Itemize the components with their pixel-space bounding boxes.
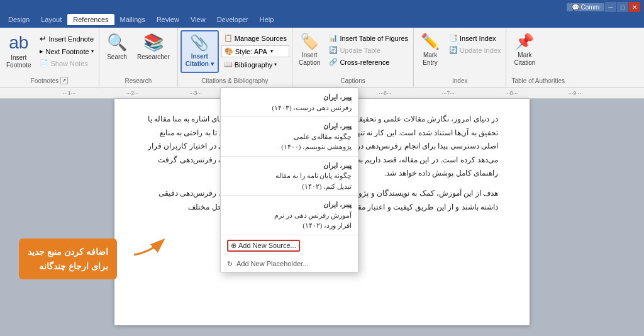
bibliography-button[interactable]: 📖 Bibliography ▾	[221, 59, 289, 70]
mark-citation-button[interactable]: 📌 MarkCitation	[510, 30, 539, 73]
tab-references[interactable]: References	[67, 14, 114, 25]
next-footnote-caret: ▾	[91, 48, 94, 54]
insert-caption-icon: 🏷️	[300, 33, 319, 50]
ribbon-group-table-authorities: 📌 MarkCitation Table of Authorities	[506, 28, 570, 87]
insert-caption-button[interactable]: 🏷️ InsertCaption	[295, 30, 324, 73]
tab-layout[interactable]: Layout	[35, 14, 67, 25]
cross-reference-button[interactable]: 🔗 Cross-reference	[326, 57, 411, 67]
researcher-button[interactable]: 📚 Researcher	[133, 30, 174, 73]
update-table-icon: 🔄	[329, 46, 338, 54]
minimize-button[interactable]: ─	[605, 2, 616, 12]
tab-design[interactable]: Design	[3, 14, 35, 25]
insert-footnote-button[interactable]: ab InsertFootnote	[3, 30, 35, 73]
update-index-button[interactable]: 🔄 Update Index	[447, 45, 503, 55]
researcher-icon: 📚	[143, 33, 164, 52]
endnote-icon: ↵	[40, 34, 47, 43]
insert-index-icon: 📑	[449, 34, 458, 42]
update-index-icon: 🔄	[449, 46, 458, 54]
manage-sources-button[interactable]: 📋 Manage Sources	[221, 33, 289, 43]
add-new-placeholder-button[interactable]: ↻ Add New Placeholder...	[221, 256, 358, 272]
tab-view[interactable]: View	[185, 14, 211, 25]
ribbon-group-footnotes: ab InsertFootnote ↵ Insert Endnote ▸ Nex…	[0, 28, 99, 87]
table-figures-icon: 📊	[329, 34, 338, 42]
bibliography-caret: ▾	[274, 62, 277, 67]
style-select[interactable]: 🎨 Style: APA ▾	[221, 45, 289, 57]
citation-item-4[interactable]: پیبر، ایران آموزش رفرنس دهی در نرمافزار …	[221, 196, 358, 235]
search-icon: 🔍	[107, 33, 127, 52]
mark-citation-icon: 📌	[515, 33, 534, 50]
tab-help[interactable]: Help	[254, 14, 280, 25]
bibliography-icon: 📖	[224, 60, 233, 69]
callout-box: اضافه کردن منبع جدید برای ارجاع چندگانه	[19, 238, 117, 279]
search-button[interactable]: 🔍 Search	[103, 30, 131, 73]
insert-table-figures-button[interactable]: 📊 Insert Table of Figures	[326, 33, 411, 43]
mark-entry-icon: ✏️	[421, 33, 440, 50]
add-source-icon: ⊕	[231, 242, 236, 250]
manage-sources-icon: 📋	[224, 34, 233, 42]
update-table-button[interactable]: 🔄 Update Table	[326, 45, 411, 55]
mark-entry-button[interactable]: ✏️ MarkEntry	[416, 30, 444, 73]
insert-endnote-button[interactable]: ↵ Insert Endnote	[37, 33, 96, 45]
insert-citation-button[interactable]: 📎 InsertCitation ▾	[180, 30, 219, 73]
footnotes-expand[interactable]: ↗	[60, 77, 68, 84]
ribbon-group-index: ✏️ MarkEntry 📑 Insert Index 🔄 Update Ind…	[414, 28, 506, 87]
next-footnote-icon: ▸	[40, 47, 43, 55]
tab-review[interactable]: Review	[151, 14, 185, 25]
comm-button[interactable]: 💬 Comm	[567, 3, 604, 11]
style-icon: 🎨	[225, 47, 233, 55]
maximize-button[interactable]: □	[617, 2, 628, 12]
insert-footnote-icon: ab	[9, 33, 28, 53]
ribbon-group-citations: 📎 InsertCitation ▾ 📋 Manage Sources 🎨 St…	[178, 28, 292, 87]
insert-index-button[interactable]: 📑 Insert Index	[447, 33, 503, 43]
placeholder-icon: ↻	[227, 260, 233, 268]
callout-arrow	[131, 235, 169, 262]
close-button[interactable]: ✕	[629, 2, 640, 12]
show-notes-icon: 📄	[40, 59, 48, 67]
citation-item-3[interactable]: پیبر، ایران چگونه پایان نامه را به مقاله…	[221, 157, 358, 196]
show-notes-button[interactable]: 📄 Show Notes	[37, 58, 96, 69]
cross-reference-icon: 🔗	[329, 58, 338, 66]
ribbon-group-research: 🔍 Search 📚 Researcher Research	[99, 28, 178, 87]
style-caret: ▾	[270, 48, 273, 54]
insert-citation-icon: 📎	[190, 34, 209, 52]
tab-developer[interactable]: Developer	[211, 14, 254, 25]
tab-mailings[interactable]: Mailings	[114, 14, 151, 25]
ribbon-group-captions: 🏷️ InsertCaption 📊 Insert Table of Figur…	[292, 28, 414, 87]
citation-item-1[interactable]: پیبر، ایران رفرنس دهی درست، (۱۴۰۳)	[221, 88, 358, 116]
next-footnote-button[interactable]: ▸ Next Footnote ▾	[37, 46, 96, 57]
add-new-source-button[interactable]: ⊕ Add New Source...	[221, 235, 358, 256]
citation-dropdown: پیبر، ایران رفرنس دهی درست، (۱۴۰۳) پیبر،…	[220, 87, 358, 272]
comment-icon: 💬	[572, 4, 579, 11]
citation-item-2[interactable]: پیبر، ایران چگونه مقاله‌ی علمیپژوهشی بنو…	[221, 117, 358, 156]
